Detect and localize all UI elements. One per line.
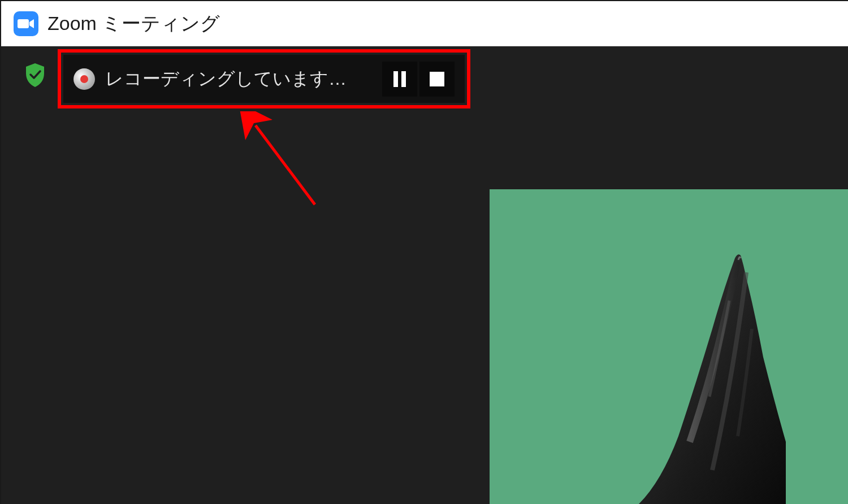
svg-rect-0 (18, 19, 29, 28)
svg-line-1 (256, 125, 315, 205)
video-content (628, 244, 786, 504)
meeting-area: レコーディングしています… (1, 46, 848, 504)
annotation-arrow-icon (239, 111, 335, 215)
record-indicator-icon (73, 68, 95, 90)
title-bar[interactable]: Zoom ミーティング (1, 1, 848, 46)
stop-recording-button[interactable] (419, 62, 455, 97)
security-shield-icon[interactable] (25, 63, 45, 87)
recording-status-text: レコーディングしています… (105, 67, 380, 92)
record-dot (80, 75, 88, 83)
pause-recording-button[interactable] (382, 62, 417, 97)
window-frame: Zoom ミーティング レコーディングしています… (0, 0, 848, 504)
stop-icon (430, 72, 444, 86)
recording-status-bar: レコーディングしています… (63, 55, 465, 103)
zoom-app-icon (14, 11, 38, 36)
pause-icon (393, 71, 406, 87)
window-title: Zoom ミーティング (47, 11, 220, 37)
participant-video-tile[interactable] (490, 189, 848, 504)
